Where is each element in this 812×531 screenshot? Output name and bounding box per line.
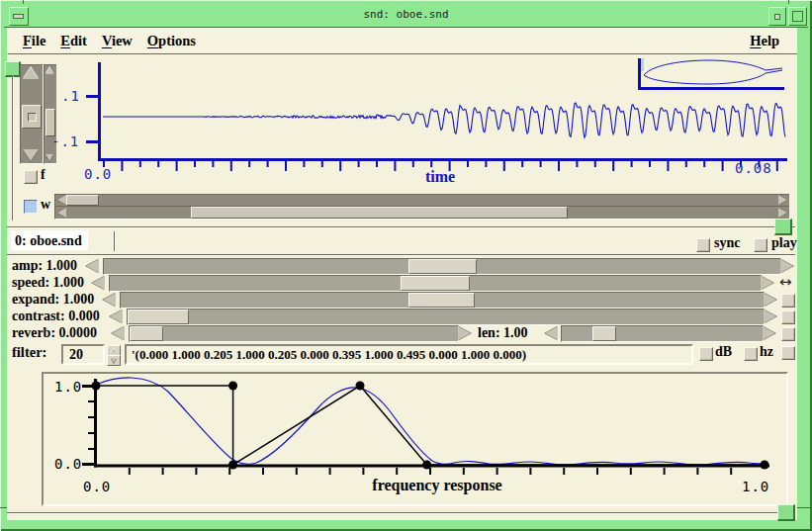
speed-slider-thumb[interactable] (401, 276, 470, 291)
wave-pane-sash-track (12, 76, 13, 221)
wave-position-scrollbar[interactable] (54, 206, 789, 220)
expand-label: expand: 1.000 (12, 292, 94, 308)
reverb-increment-arrow-icon[interactable] (458, 326, 471, 340)
expand-onoff-checkbox[interactable] (781, 294, 795, 308)
amp-increment-arrow-icon[interactable] (780, 259, 793, 273)
bottom-sash-handle[interactable] (777, 504, 795, 521)
filter-db-label: dB (715, 344, 732, 360)
reverb-decrement-arrow-icon[interactable] (112, 326, 125, 340)
menu-view[interactable]: View (102, 33, 133, 49)
y-zoom-scrollbar-thumb[interactable] (22, 105, 42, 129)
reverb-onoff-checkbox[interactable] (781, 327, 795, 341)
filter-label: filter: (12, 344, 46, 361)
filter-envelope-trace (96, 386, 765, 465)
filter-hz-label: hz (760, 344, 773, 360)
frame-notch (23, 0, 24, 4)
reverb-slider[interactable] (129, 325, 459, 342)
filter-envelope-text: '(0.000 1.000 0.205 1.000 0.205 0.000 0.… (132, 347, 526, 363)
reverb-len-decrement-arrow-icon[interactable] (545, 326, 558, 340)
wave-x-label-left: 0.0 (84, 166, 112, 182)
menu-file[interactable]: File (23, 33, 45, 49)
contrast-slider-thumb[interactable] (128, 310, 189, 324)
filter-order-field[interactable]: 20 (61, 344, 105, 365)
speed-increment-arrow-icon[interactable] (761, 276, 773, 290)
reverb-len-slider-thumb[interactable] (592, 326, 616, 341)
filter-db-checkbox[interactable] (699, 347, 713, 361)
controls-divider (7, 254, 795, 255)
fft-toggle-checkbox[interactable] (24, 170, 38, 184)
scroll-up-arrow-icon[interactable] (23, 67, 39, 79)
speed-style-arrow-icon[interactable]: ↔ (779, 273, 792, 291)
freq-y-label-top: 1.0 (54, 379, 82, 395)
y-zoom-scrollbar[interactable] (20, 64, 43, 164)
contrast-decrement-arrow-icon[interactable] (110, 310, 123, 323)
filter-onoff-checkbox[interactable] (781, 346, 795, 360)
contrast-label: contrast: 0.000 (12, 309, 100, 324)
tab-separator (114, 231, 115, 251)
contrast-increment-arrow-icon[interactable] (764, 310, 776, 323)
menu-help[interactable]: Help (750, 33, 779, 49)
sync-checkbox[interactable] (696, 238, 710, 252)
filter-envelope-field[interactable]: '(0.000 1.000 0.205 1.000 0.205 0.000 0.… (125, 344, 693, 365)
menu-bar: File Edit View Options Help (7, 28, 797, 54)
scroll-left-arrow-icon[interactable] (57, 195, 66, 205)
wave-pane-sash-handle[interactable] (5, 61, 21, 77)
amp-decrement-arrow-icon[interactable] (86, 259, 99, 273)
scroll-left-arrow-icon[interactable] (57, 208, 66, 218)
sound-tab[interactable]: 0: oboe.snd (11, 230, 88, 250)
reverb-len-slider[interactable] (561, 325, 764, 342)
filter-order-spin-down[interactable] (107, 355, 121, 366)
freq-x-label-left: 0.0 (83, 479, 111, 494)
frame-notch (788, 0, 789, 4)
wave-zoom-scrollbar-thumb[interactable] (66, 195, 99, 206)
menu-edit[interactable]: Edit (60, 33, 87, 49)
speed-decrement-arrow-icon[interactable] (92, 276, 105, 290)
expand-decrement-arrow-icon[interactable] (103, 293, 116, 307)
sound-tab-label: 0: oboe.snd (15, 233, 82, 248)
contrast-slider[interactable] (127, 309, 765, 325)
play-label: play (771, 235, 797, 251)
freq-y-ticks (88, 401, 94, 449)
filter-order-value: 20 (69, 347, 83, 363)
amp-slider-thumb[interactable] (408, 259, 477, 274)
spin-down-arrow-icon (111, 358, 117, 363)
window-maximize-button[interactable] (788, 7, 807, 26)
expand-increment-arrow-icon[interactable] (764, 293, 776, 307)
sync-label: sync (714, 235, 740, 251)
waveform-graph[interactable] (49, 55, 797, 193)
window-title: snd: oboe.snd (4, 8, 808, 21)
frame-notch (797, 507, 812, 508)
spin-up-arrow-icon (111, 348, 117, 353)
reverb-slider-thumb[interactable] (130, 326, 163, 341)
wave-x-label-right: 0.08 (735, 160, 772, 176)
title-bar[interactable]: snd: oboe.snd (4, 4, 808, 28)
freq-y-label-bottom: 0.0 (54, 456, 82, 472)
wave-toggle-checkbox[interactable] (24, 200, 38, 214)
maximize-icon (792, 11, 803, 22)
wave-toggle-label: w (41, 197, 50, 213)
wave-position-scrollbar-thumb[interactable] (191, 207, 568, 219)
wave-y-label-top: .1 (61, 88, 80, 104)
iconify-icon (774, 14, 780, 20)
freq-x-label-right: 1.0 (742, 479, 769, 494)
realized-frequency-response-trace (96, 378, 765, 465)
amp-label: amp: 1.000 (12, 258, 77, 274)
scroll-right-arrow-icon[interactable] (778, 195, 787, 205)
window-iconify-button[interactable] (768, 7, 786, 26)
scroll-down-arrow-icon[interactable] (23, 149, 39, 161)
filter-hz-checkbox[interactable] (744, 347, 758, 361)
pane-divider-sash-handle[interactable] (774, 219, 792, 235)
contrast-onoff-checkbox[interactable] (781, 310, 795, 324)
reverb-label: reverb: 0.0000 (12, 325, 97, 341)
file-overview-inset (638, 58, 784, 89)
expand-slider-thumb[interactable] (408, 293, 475, 308)
scroll-right-arrow-icon[interactable] (778, 208, 787, 218)
snd-window: snd: oboe.snd File Edit View Options Hel… (0, 0, 812, 531)
reverb-len-increment-arrow-icon[interactable] (763, 326, 775, 340)
waveform-trace (103, 103, 785, 137)
pane-divider (7, 226, 795, 227)
menu-options[interactable]: Options (147, 33, 196, 49)
thumb-grip (28, 113, 37, 122)
play-checkbox[interactable] (754, 238, 767, 252)
freq-axis-title: frequency response (333, 477, 541, 494)
